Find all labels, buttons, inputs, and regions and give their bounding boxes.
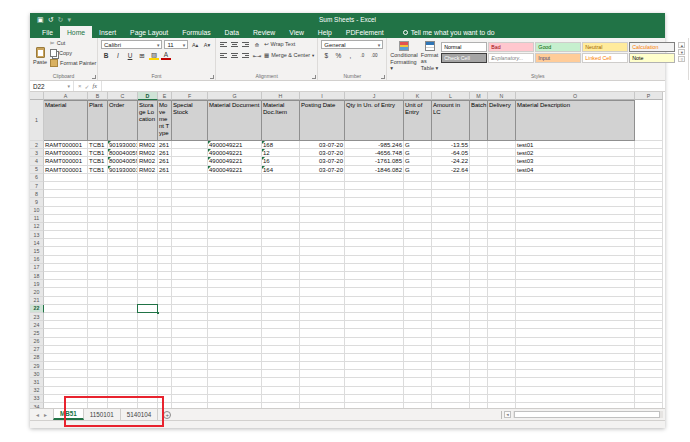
cell-M32[interactable] xyxy=(470,387,488,395)
align-middle-icon[interactable] xyxy=(230,41,239,48)
cell-P25[interactable] xyxy=(635,329,663,337)
row-header-10[interactable]: 10 xyxy=(30,207,44,215)
cell-H29[interactable] xyxy=(262,362,300,370)
cell-M27[interactable] xyxy=(470,346,488,354)
column-header-B[interactable]: B xyxy=(88,92,108,100)
cell-P24[interactable] xyxy=(635,321,663,329)
alignment-dialog-launcher[interactable] xyxy=(312,75,316,79)
tell-me-box[interactable]: Tell me what you want to do xyxy=(403,26,495,38)
cell-O31[interactable] xyxy=(516,378,635,386)
gallery-up-icon[interactable]: ▴ xyxy=(678,42,685,48)
cell-F6[interactable] xyxy=(172,174,208,182)
cell-D13[interactable] xyxy=(138,231,158,239)
cell-L11[interactable] xyxy=(432,215,470,223)
row-header-6[interactable]: 6 xyxy=(30,174,44,182)
cell-G14[interactable] xyxy=(208,239,262,247)
cell-K16[interactable] xyxy=(404,256,432,264)
row-header-19[interactable]: 19 xyxy=(30,280,44,288)
column-header-N[interactable]: N xyxy=(488,92,516,100)
name-box[interactable]: D22 ▾ xyxy=(30,81,74,91)
column-header-C[interactable]: C xyxy=(108,92,138,100)
cell-H24[interactable] xyxy=(262,321,300,329)
cell-M26[interactable] xyxy=(470,338,488,346)
borders-icon[interactable]: ⊞ xyxy=(137,51,147,60)
cell-C19[interactable] xyxy=(108,280,138,288)
cell-F13[interactable] xyxy=(172,231,208,239)
cell-P28[interactable] xyxy=(635,354,663,362)
cell-P22[interactable] xyxy=(635,305,663,313)
row-header-28[interactable]: 28 xyxy=(30,354,44,362)
cell-F15[interactable] xyxy=(172,247,208,255)
cell-B32[interactable] xyxy=(88,387,108,395)
cell-D8[interactable] xyxy=(138,190,158,198)
cell-C28[interactable] xyxy=(108,354,138,362)
cell-D29[interactable] xyxy=(138,362,158,370)
cell-N10[interactable] xyxy=(488,207,516,215)
cell-I3[interactable]: 03-07-20 xyxy=(300,149,345,157)
cell-C25[interactable] xyxy=(108,329,138,337)
cell-J21[interactable] xyxy=(345,297,404,305)
cell-F25[interactable] xyxy=(172,329,208,337)
cell-N29[interactable] xyxy=(488,362,516,370)
cell-O16[interactable] xyxy=(516,256,635,264)
cell-B12[interactable] xyxy=(88,223,108,231)
cell-P31[interactable] xyxy=(635,378,663,386)
number-dialog-launcher[interactable] xyxy=(381,75,385,79)
cell-M3[interactable] xyxy=(470,149,488,157)
cell-N3[interactable] xyxy=(488,149,516,157)
cell-E21[interactable] xyxy=(158,297,172,305)
cell-M30[interactable] xyxy=(470,370,488,378)
cell-K12[interactable] xyxy=(404,223,432,231)
cell-C30[interactable] xyxy=(108,370,138,378)
cell-H25[interactable] xyxy=(262,329,300,337)
cell-A5[interactable]: RAMT000001 xyxy=(44,166,88,174)
cell-P15[interactable] xyxy=(635,247,663,255)
cell-F16[interactable] xyxy=(172,256,208,264)
cell-P20[interactable] xyxy=(635,288,663,296)
enter-icon[interactable]: ✓ xyxy=(85,83,90,90)
cell-G31[interactable] xyxy=(208,378,262,386)
cell-E30[interactable] xyxy=(158,370,172,378)
column-header-H[interactable]: H xyxy=(262,92,300,100)
cell-H26[interactable] xyxy=(262,338,300,346)
cell-P12[interactable] xyxy=(635,223,663,231)
cell-H32[interactable] xyxy=(262,387,300,395)
align-right-icon[interactable] xyxy=(241,52,250,59)
cell-J31[interactable] xyxy=(345,378,404,386)
cell-N28[interactable] xyxy=(488,354,516,362)
cell-E29[interactable] xyxy=(158,362,172,370)
cell-N1[interactable]: Delivery xyxy=(488,100,516,141)
menu-tab-page-layout[interactable]: Page Layout xyxy=(123,26,175,38)
cell-K17[interactable] xyxy=(404,264,432,272)
cell-A11[interactable] xyxy=(44,215,88,223)
cell-N6[interactable] xyxy=(488,174,516,182)
cell-style-good[interactable]: Good xyxy=(535,42,581,52)
cell-P3[interactable] xyxy=(635,149,663,157)
cell-L14[interactable] xyxy=(432,239,470,247)
cell-H10[interactable] xyxy=(262,207,300,215)
cell-G33[interactable] xyxy=(208,395,262,403)
cell-B6[interactable] xyxy=(88,174,108,182)
cell-L13[interactable] xyxy=(432,231,470,239)
cell-E19[interactable] xyxy=(158,280,172,288)
cell-O12[interactable] xyxy=(516,223,635,231)
cell-M13[interactable] xyxy=(470,231,488,239)
cell-A29[interactable] xyxy=(44,362,88,370)
cell-K6[interactable] xyxy=(404,174,432,182)
cell-I6[interactable] xyxy=(300,174,345,182)
cell-O15[interactable] xyxy=(516,247,635,255)
cell-G20[interactable] xyxy=(208,288,262,296)
cell-H19[interactable] xyxy=(262,280,300,288)
cell-J22[interactable] xyxy=(345,305,404,313)
cell-E28[interactable] xyxy=(158,354,172,362)
cell-B9[interactable] xyxy=(88,198,108,206)
cell-C32[interactable] xyxy=(108,387,138,395)
cell-M12[interactable] xyxy=(470,223,488,231)
row-header-32[interactable]: 32 xyxy=(30,387,44,395)
cell-C15[interactable] xyxy=(108,247,138,255)
cell-K23[interactable] xyxy=(404,313,432,321)
cell-P9[interactable] xyxy=(635,198,663,206)
cell-K19[interactable] xyxy=(404,280,432,288)
cell-D11[interactable] xyxy=(138,215,158,223)
sheet-nav-right-icon[interactable]: ► xyxy=(43,412,48,418)
